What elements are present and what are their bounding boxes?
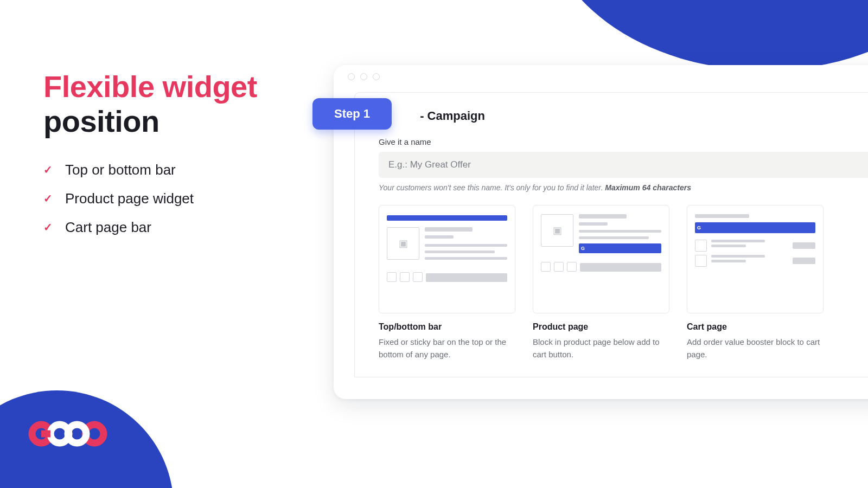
step-panel: Step 1 Step 1 - Campaign Give it a name … xyxy=(354,92,868,377)
hero-title-plain: position xyxy=(43,104,159,138)
brand-logo: GOOO xyxy=(27,418,108,450)
feature-bullets: ✓ Top or bottom bar ✓ Product page widge… xyxy=(43,156,293,242)
option-title: Top/bottom bar xyxy=(379,322,515,332)
bullet-item: ✓ Top or bottom bar xyxy=(43,156,293,184)
window-dot-icon xyxy=(360,73,367,80)
check-icon: ✓ xyxy=(43,221,53,234)
image-placeholder-icon xyxy=(695,240,707,252)
app-window: Step 1 Step 1 - Campaign Give it a name … xyxy=(334,65,868,399)
window-dot-icon xyxy=(373,73,380,80)
option-desc: Add order value booster block to cart pa… xyxy=(687,336,824,361)
hero-title: Flexible widget position xyxy=(43,69,293,139)
image-placeholder-icon xyxy=(695,255,707,267)
option-title: Product page xyxy=(533,322,669,332)
hero-title-emphasis: Flexible widget xyxy=(43,69,257,104)
bullet-label: Cart page bar xyxy=(65,219,151,236)
window-titlebar xyxy=(334,65,868,88)
image-placeholder-icon: ▣ xyxy=(541,214,573,247)
option-thumbnail: ▣ xyxy=(379,205,515,313)
decoration-top-right xyxy=(542,0,868,70)
window-dot-icon xyxy=(348,73,355,80)
campaign-name-input[interactable]: E.g.: My Great Offer xyxy=(379,152,868,178)
panel-heading-text: - Campaign xyxy=(420,109,485,123)
option-thumbnail: ▣ G xyxy=(533,205,669,313)
input-placeholder: E.g.: My Great Offer xyxy=(388,159,471,170)
bullet-label: Product page widget xyxy=(65,190,194,207)
name-hint: Your customers won't see this name. It's… xyxy=(379,183,868,192)
option-title: Cart page xyxy=(687,322,824,332)
option-cart-page[interactable]: G Cart page Add order value xyxy=(687,205,824,361)
position-options: ▣ xyxy=(379,205,868,361)
bullet-item: ✓ Product page widget xyxy=(43,184,293,213)
option-top-bottom-bar[interactable]: ▣ xyxy=(379,205,515,361)
bullet-item: ✓ Cart page bar xyxy=(43,213,293,242)
option-desc: Block in product page below add to cart … xyxy=(533,336,669,361)
name-label: Give it a name xyxy=(379,137,868,146)
image-placeholder-icon: ▣ xyxy=(387,227,419,260)
hero-copy: Flexible widget position ✓ Top or bottom… xyxy=(43,69,293,242)
option-product-page[interactable]: ▣ G xyxy=(533,205,669,361)
option-desc: Fixed or sticky bar on the top or the bo… xyxy=(379,336,515,361)
svg-point-3 xyxy=(68,425,86,443)
check-icon: ✓ xyxy=(43,192,53,205)
panel-heading: Step 1 - Campaign xyxy=(379,109,868,123)
bullet-label: Top or bottom bar xyxy=(65,162,176,178)
option-thumbnail: G xyxy=(687,205,824,313)
step-chip: Step 1 xyxy=(312,98,392,130)
check-icon: ✓ xyxy=(43,163,53,176)
